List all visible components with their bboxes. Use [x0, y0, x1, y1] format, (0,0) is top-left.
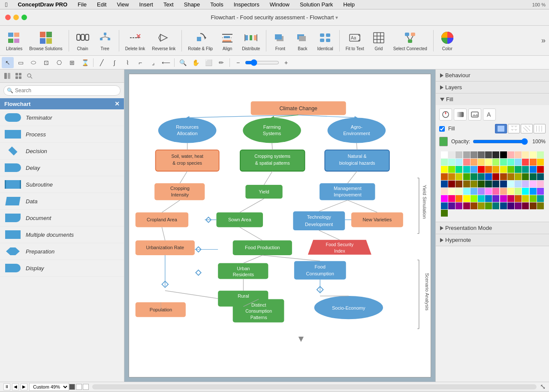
- zoom-out-btn[interactable]: −: [232, 57, 244, 68]
- rect-tool[interactable]: ▭: [15, 57, 27, 68]
- toolbar-libraries[interactable]: Libraries: [3, 28, 25, 54]
- opacity-slider[interactable]: [473, 138, 528, 145]
- polygon-tool[interactable]: ⎔: [53, 57, 65, 68]
- color-cell[interactable]: [455, 181, 462, 187]
- color-cell[interactable]: [537, 151, 544, 158]
- color-cell[interactable]: [492, 188, 499, 195]
- color-cell[interactable]: [507, 188, 514, 195]
- color-cell[interactable]: [448, 166, 455, 173]
- toolbar-distribute[interactable]: Distribute: [239, 28, 262, 54]
- color-cell[interactable]: [537, 166, 544, 173]
- color-cell[interactable]: [471, 173, 477, 180]
- color-cell[interactable]: [471, 195, 477, 202]
- color-cell[interactable]: [492, 181, 499, 187]
- zoom-level-select[interactable]: Custom 49%: [29, 383, 69, 391]
- color-cell[interactable]: [478, 173, 485, 180]
- menu-window[interactable]: Window: [268, 0, 291, 9]
- color-cell[interactable]: [471, 166, 477, 173]
- next-page-btn[interactable]: ▶: [21, 383, 27, 390]
- color-cell[interactable]: [507, 202, 514, 209]
- color-cell[interactable]: [530, 195, 537, 202]
- smart-tool[interactable]: ⟵: [160, 57, 172, 68]
- color-cell[interactable]: [507, 181, 514, 187]
- color-cell[interactable]: [441, 159, 448, 166]
- color-cell[interactable]: [441, 188, 448, 195]
- color-cell[interactable]: [530, 166, 537, 173]
- color-cell[interactable]: [455, 195, 462, 202]
- select-tool[interactable]: ↖: [2, 57, 14, 68]
- color-cell[interactable]: [515, 173, 522, 180]
- toolbar-overflow-btn[interactable]: »: [541, 36, 546, 45]
- color-cell[interactable]: [478, 202, 485, 209]
- menu-insert[interactable]: Insert: [137, 0, 155, 9]
- color-cell[interactable]: [515, 159, 522, 166]
- toolbar-reverse-link[interactable]: Reverse link: [149, 28, 178, 54]
- color-cell[interactable]: [485, 166, 492, 173]
- canvas-area[interactable]: Climate Change Resources Allocation Farm…: [124, 69, 435, 382]
- toolbar-rotate-flip[interactable]: Rotate & Flip: [185, 28, 215, 54]
- color-cell[interactable]: [485, 173, 492, 180]
- color-cell[interactable]: [537, 181, 544, 187]
- color-cell[interactable]: [485, 195, 492, 202]
- toolbar-back[interactable]: Back: [292, 28, 313, 54]
- color-cell[interactable]: [455, 151, 462, 158]
- color-cell[interactable]: [485, 181, 492, 187]
- shape-process[interactable]: Process: [0, 126, 124, 143]
- color-cell[interactable]: [522, 166, 529, 173]
- color-cell[interactable]: [448, 151, 455, 158]
- color-cell[interactable]: [455, 166, 462, 173]
- menu-solution-park[interactable]: Solution Park: [298, 0, 335, 9]
- color-cell[interactable]: [492, 159, 499, 166]
- ellipse-tool[interactable]: ⬭: [27, 57, 39, 68]
- horizontal-scrollbar[interactable]: [92, 384, 537, 389]
- color-cell[interactable]: [515, 181, 522, 187]
- fill-solid-btn[interactable]: [495, 124, 507, 133]
- color-cell[interactable]: [530, 159, 537, 166]
- color-cell[interactable]: [530, 202, 537, 209]
- color-cell[interactable]: [522, 195, 529, 202]
- pan-tool[interactable]: ✋: [190, 57, 202, 68]
- color-cell[interactable]: [441, 202, 448, 209]
- page-dot-1[interactable]: [69, 384, 75, 390]
- hypernote-header[interactable]: Hypernote: [436, 234, 549, 246]
- menu-tools[interactable]: Tools: [208, 0, 225, 9]
- color-cell[interactable]: [455, 202, 462, 209]
- eyedrop-tool[interactable]: ✏: [215, 57, 227, 68]
- color-cell[interactable]: [537, 202, 544, 209]
- color-cell[interactable]: [478, 188, 485, 195]
- color-cell[interactable]: [507, 173, 514, 180]
- toolbar-align[interactable]: Align: [217, 28, 238, 54]
- fill-checkbox[interactable]: [439, 126, 445, 132]
- color-cell[interactable]: [441, 210, 448, 217]
- toolbar-front[interactable]: Front: [270, 28, 290, 54]
- color-cell[interactable]: [448, 188, 455, 195]
- color-cell[interactable]: [478, 151, 485, 158]
- page-dot-2[interactable]: [76, 384, 82, 390]
- color-cell[interactable]: [515, 188, 522, 195]
- color-cell[interactable]: [507, 195, 514, 202]
- color-cell[interactable]: [530, 188, 537, 195]
- color-cell[interactable]: [500, 202, 507, 209]
- color-cell[interactable]: [515, 195, 522, 202]
- shape-document[interactable]: Document: [0, 210, 124, 226]
- color-cell[interactable]: [441, 181, 448, 187]
- color-cell[interactable]: [492, 202, 499, 209]
- toolbar-tree[interactable]: Tree: [95, 28, 115, 54]
- color-cell[interactable]: [500, 173, 507, 180]
- color-cell[interactable]: [500, 195, 507, 202]
- fill-image-btn[interactable]: [468, 109, 481, 121]
- search-input[interactable]: [3, 85, 121, 96]
- shape-subroutine[interactable]: Subroutine: [0, 176, 124, 193]
- color-cell[interactable]: [485, 151, 492, 158]
- shape-terminator[interactable]: Terminator: [0, 109, 124, 126]
- color-cell[interactable]: [455, 159, 462, 166]
- shape-delay[interactable]: Delay: [0, 160, 124, 176]
- minimize-button[interactable]: [13, 15, 19, 20]
- color-cell[interactable]: [515, 151, 522, 158]
- curve-tool[interactable]: ∫: [109, 57, 121, 68]
- color-cell[interactable]: [507, 159, 514, 166]
- color-cell[interactable]: [522, 151, 529, 158]
- presentation-mode-header[interactable]: Presentation Mode: [436, 222, 549, 234]
- maximize-button[interactable]: [21, 15, 27, 20]
- fill-color-swatch[interactable]: [439, 137, 448, 146]
